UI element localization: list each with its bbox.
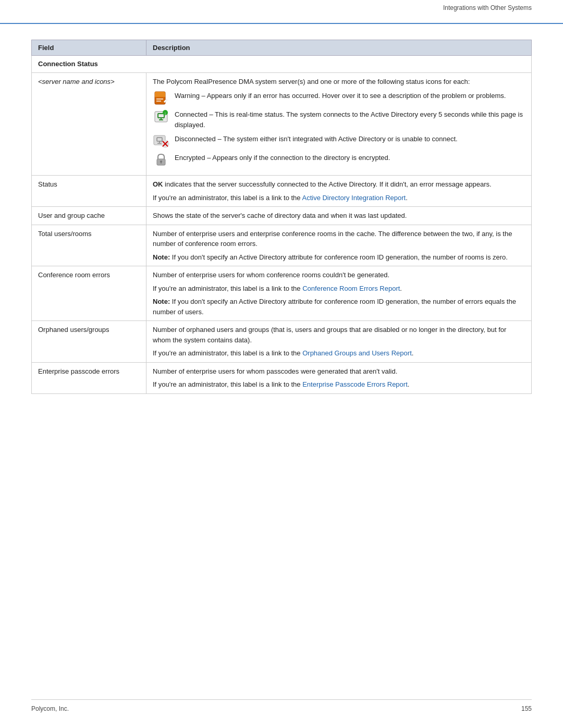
description-cell: Number of orphaned users and groups (tha… [146, 321, 532, 363]
desc-link-paragraph: If you're an administrator, this label i… [153, 283, 525, 294]
disconnected-icon [153, 134, 169, 149]
footer-page-number: 155 [521, 705, 532, 712]
section-connection-status: Connection Status [32, 56, 532, 73]
desc-text: Number of enterprise users for whom conf… [153, 270, 525, 280]
desc-mixed-text: OK indicates that the server successfull… [153, 179, 525, 190]
svg-rect-2 [155, 96, 165, 97]
desc-link-paragraph: If you're an administrator, this label i… [153, 193, 525, 203]
text-segment: If you don't specify an Active Directory… [153, 298, 516, 316]
field-label-italic: <server name and icons> [38, 78, 115, 85]
col-header-field: Field [32, 40, 146, 56]
before-link-text: If you're an administrator, this label i… [153, 285, 302, 292]
field-cell: Status [32, 176, 146, 207]
field-cell: Enterprise passcode errors [32, 362, 146, 393]
connected-icon-svg: ↕ [154, 109, 168, 124]
table-row: Orphaned users/groupsNumber of orphaned … [32, 321, 532, 363]
before-link-text: If you're an administrator, this label i… [153, 194, 302, 202]
icon-description-text: Disconnected – The system either isn't i… [175, 134, 525, 144]
desc-text: The Polycom RealPresence DMA system serv… [153, 77, 525, 87]
disconnected-icon-svg [153, 134, 169, 148]
report-link[interactable]: Conference Room Errors Report [302, 285, 400, 292]
lock-icon-svg [156, 153, 166, 167]
warning-icon [153, 91, 169, 105]
description-cell: Shows the state of the server's cache of… [146, 207, 532, 225]
report-link[interactable]: Orphaned Groups and Users Report [302, 349, 412, 357]
field-cell: User and group cache [32, 207, 146, 225]
table-row: User and group cacheShows the state of t… [32, 207, 532, 225]
report-link[interactable]: Active Directory Integration Report [302, 194, 406, 202]
chapter-title: Integrations with Other Systems [443, 4, 532, 11]
warning-icon-svg [154, 91, 168, 105]
after-link-text: . [412, 349, 414, 357]
before-link-text: If you're an administrator, this label i… [153, 380, 302, 388]
field-cell: Orphaned users/groups [32, 321, 146, 363]
table-header-row: Field Description [32, 40, 532, 56]
after-link-text: . [408, 380, 410, 388]
table-row: StatusOK indicates that the server succe… [32, 176, 532, 207]
svg-text:↕: ↕ [164, 112, 166, 115]
page-footer: Polycom, Inc. 155 [31, 699, 532, 712]
field-cell: Total users/rooms [32, 225, 146, 266]
icon-description-text: Encrypted – Appears only if the connecti… [175, 153, 525, 163]
bold-text-segment: OK [153, 180, 163, 188]
bold-text-segment: Note: [153, 298, 170, 305]
before-link-text: If you're an administrator, this label i… [153, 349, 302, 357]
description-cell: The Polycom RealPresence DMA system serv… [146, 72, 532, 176]
after-link-text: . [406, 194, 408, 202]
col-header-description: Description [146, 40, 532, 56]
table-row: Enterprise passcode errorsNumber of ente… [32, 362, 532, 393]
icon-description-text: Connected – This is real-time status. Th… [175, 109, 525, 130]
text-segment: If you don't specify an Active Directory… [170, 253, 508, 261]
desc-text: Number of enterprise users and enterpris… [153, 229, 525, 249]
section-header-row: Connection Status [32, 56, 532, 73]
lock-icon [153, 153, 169, 167]
after-link-text: . [400, 285, 402, 292]
description-cell: Number of enterprise users and enterpris… [146, 225, 532, 266]
description-cell: Number of enterprise users for whom conf… [146, 266, 532, 321]
desc-mixed-text: Note: If you don't specify an Active Dir… [153, 252, 525, 263]
desc-link-paragraph: If you're an administrator, this label i… [153, 379, 525, 390]
description-cell: OK indicates that the server successfull… [146, 176, 532, 207]
footer-company: Polycom, Inc. [31, 705, 69, 712]
table-row: Total users/roomsNumber of enterprise us… [32, 225, 532, 266]
icon-item-row: Warning – Appears only if an error has o… [153, 91, 525, 105]
desc-text: Number of orphaned users and groups (tha… [153, 325, 525, 345]
icon-description-text: Warning – Appears only if an error has o… [175, 91, 525, 101]
field-cell: <server name and icons> [32, 72, 146, 176]
icon-item-row: ↕ Connected – This is real-time status. … [153, 109, 525, 130]
desc-text: Shows the state of the server's cache of… [153, 211, 525, 221]
field-cell: Conference room errors [32, 266, 146, 321]
description-cell: Number of enterprise users for whom pass… [146, 362, 532, 393]
fields-table: Field Description Connection Status<serv… [31, 40, 532, 394]
desc-text: Number of enterprise users for whom pass… [153, 366, 525, 377]
text-segment: indicates that the server successfully c… [163, 180, 492, 188]
table-row: Conference room errorsNumber of enterpri… [32, 266, 532, 321]
desc-link-paragraph: If you're an administrator, this label i… [153, 348, 525, 359]
report-link[interactable]: Enterprise Passcode Errors Report [302, 380, 408, 388]
icon-item-row: Disconnected – The system either isn't i… [153, 134, 525, 149]
bold-text-segment: Note: [153, 253, 170, 261]
desc-mixed-text: Note: If you don't specify an Active Dir… [153, 297, 525, 317]
page-container: Integrations with Other Systems Field De… [0, 0, 563, 728]
icon-item-row: Encrypted – Appears only if the connecti… [153, 153, 525, 167]
table-row: <server name and icons>The Polycom RealP… [32, 72, 532, 176]
page-header: Integrations with Other Systems [0, 0, 563, 14]
connected-icon: ↕ [153, 109, 169, 124]
content-area: Field Description Connection Status<serv… [0, 24, 563, 425]
